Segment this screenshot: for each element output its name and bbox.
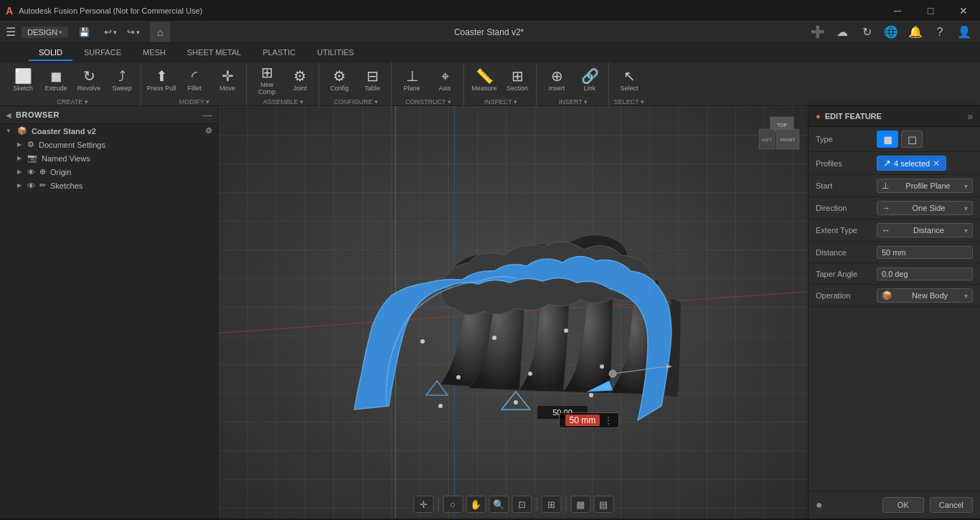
save-button[interactable]: 💾 bbox=[74, 22, 94, 42]
operation-row: Operation 📦 New Body ▾ bbox=[809, 285, 980, 307]
pan-icon: ✋ bbox=[470, 499, 481, 510]
extent-type-dropdown[interactable]: ↔ Distance ▾ bbox=[877, 223, 973, 237]
cloud-icon[interactable]: ☁ bbox=[832, 22, 852, 42]
sync-icon[interactable]: ↻ bbox=[857, 22, 877, 42]
sweep-button[interactable]: ⤴ Sweep bbox=[106, 62, 138, 98]
svg-point-16 bbox=[528, 372, 532, 376]
root-settings-icon[interactable]: ⚙ bbox=[205, 126, 212, 136]
view-cube[interactable]: TOP LEFT FRONT bbox=[758, 113, 801, 156]
insert2-button[interactable]: 🔗 Link bbox=[574, 62, 606, 98]
taper-angle-input[interactable]: 0.0 deg bbox=[877, 268, 973, 280]
minimize-button[interactable]: ─ bbox=[881, 0, 914, 22]
zoom-in-button[interactable]: 🔍 bbox=[489, 496, 509, 513]
viewport[interactable]: 50.00 50 mm ⋮ bbox=[219, 106, 808, 519]
design-menu[interactable]: DESIGN ▾ bbox=[22, 27, 68, 38]
tab-sheet-metal[interactable]: SHEET METAL bbox=[177, 45, 251, 61]
ok-button[interactable]: OK bbox=[882, 497, 924, 513]
move-button[interactable]: ✛ Move bbox=[212, 62, 243, 98]
tab-surface[interactable]: SURFACE bbox=[74, 45, 131, 61]
solid-type-button[interactable]: ◼ bbox=[877, 131, 898, 148]
insert1-button[interactable]: ⊕ Insert bbox=[541, 62, 573, 98]
bell-icon[interactable]: 🔔 bbox=[905, 22, 925, 42]
press-pull-button[interactable]: ⬆ Press Pull bbox=[146, 62, 177, 98]
zoom-fit-icon: ⊡ bbox=[518, 499, 526, 510]
start-dropdown[interactable]: ⊥ Profile Plane ▾ bbox=[877, 179, 973, 193]
joint-button[interactable]: ⚙ Joint bbox=[284, 62, 316, 98]
redo-arrow[interactable]: ▾ bbox=[136, 29, 140, 36]
globe-icon[interactable]: 🌐 bbox=[881, 22, 901, 42]
browser-item-sketches[interactable]: ▶ 👁 ✏ Sketches bbox=[0, 179, 218, 192]
edit-panel-title: ● EDIT FEATURE bbox=[816, 112, 882, 120]
user-icon[interactable]: 👤 bbox=[954, 22, 974, 42]
profiles-tag[interactable]: ↗ 4 selected ✕ bbox=[877, 156, 946, 171]
dimension-menu-icon[interactable]: ⋮ bbox=[604, 415, 613, 425]
surface-type-button[interactable]: ◻ bbox=[901, 131, 923, 148]
tab-solid[interactable]: SOLID bbox=[29, 45, 72, 61]
distance-label: Distance bbox=[816, 248, 877, 257]
insert-section: ⊕ Insert 🔗 Link INSERT ▾ bbox=[538, 62, 609, 107]
measure-button[interactable]: 📏 Measure bbox=[468, 62, 500, 98]
grid-button[interactable]: ▦ bbox=[570, 496, 590, 513]
fillet-button[interactable]: ◜ Fillet bbox=[179, 62, 210, 98]
view-cube-svg: TOP LEFT FRONT bbox=[758, 113, 801, 156]
browser-item-root[interactable]: ▼ 📦 Coaster Stand v2 ⚙ bbox=[0, 124, 218, 138]
direction-dropdown-label: One Side bbox=[913, 204, 946, 212]
modify-label: MODIFY ▾ bbox=[146, 98, 243, 107]
config1-button[interactable]: ⚙ Config bbox=[324, 62, 355, 98]
grid-options-button[interactable]: ▤ bbox=[593, 496, 613, 513]
help-icon[interactable]: ? bbox=[930, 22, 950, 42]
visibility-icon[interactable]: 👁 bbox=[27, 168, 35, 176]
config2-button[interactable]: ⊟ Table bbox=[357, 62, 388, 98]
select-button[interactable]: ↖ Select bbox=[613, 62, 645, 98]
browser-title: BROWSER bbox=[16, 110, 60, 119]
browser-collapse-icon[interactable]: — bbox=[202, 109, 212, 120]
orbit-icon: ○ bbox=[450, 499, 456, 510]
sketches-vis-icon[interactable]: 👁 bbox=[27, 181, 35, 190]
select-icon: ↖ bbox=[623, 69, 636, 83]
construct1-button[interactable]: ⊥ Plane bbox=[396, 62, 428, 98]
add-button[interactable]: ➕ bbox=[808, 22, 828, 42]
profiles-select-icon: ↗ bbox=[883, 158, 891, 169]
revolve-button[interactable]: ↻ Revolve bbox=[73, 62, 105, 98]
grid-options-icon: ▤ bbox=[599, 499, 608, 510]
3d-object: 50.00 bbox=[315, 198, 688, 427]
direction-dropdown[interactable]: → One Side ▾ bbox=[877, 201, 973, 215]
undo-button[interactable]: ↩▾ bbox=[100, 25, 121, 39]
browser-item-doc-settings[interactable]: ▶ ⚙ Document Settings bbox=[0, 138, 218, 151]
cancel-button[interactable]: Cancel bbox=[930, 497, 973, 513]
tab-mesh[interactable]: MESH bbox=[133, 45, 176, 61]
orbit-button[interactable]: ○ bbox=[443, 496, 463, 513]
undo-arrow[interactable]: ▾ bbox=[113, 29, 117, 36]
insert1-icon: ⊕ bbox=[551, 69, 563, 83]
browser-item-origin[interactable]: ▶ 👁 ⊕ Origin bbox=[0, 165, 218, 179]
browser-item-named-views[interactable]: ▶ 📷 Named Views bbox=[0, 151, 218, 165]
redo-button[interactable]: ↪▾ bbox=[123, 25, 144, 39]
configure-section: ⚙ Config ⊟ Table CONFIGURE ▾ bbox=[321, 62, 392, 107]
pan-button[interactable]: ✋ bbox=[466, 496, 486, 513]
new-component-icon: ⊞ bbox=[261, 65, 273, 80]
section-button[interactable]: ⊞ Section bbox=[501, 62, 533, 98]
panel-info-button[interactable]: ● bbox=[816, 498, 823, 511]
maximize-button[interactable]: □ bbox=[914, 0, 947, 22]
display-mode-button[interactable]: ⊞ bbox=[541, 496, 561, 513]
zoom-fit-button[interactable]: ⊡ bbox=[512, 496, 532, 513]
construct2-button[interactable]: ⌖ Axis bbox=[429, 62, 461, 98]
panel-expand-button[interactable]: » bbox=[967, 110, 973, 122]
extrude-button[interactable]: ◼ Extrude bbox=[40, 62, 72, 98]
profiles-clear-button[interactable]: ✕ bbox=[933, 159, 940, 169]
separator3 bbox=[565, 497, 566, 511]
operation-dropdown[interactable]: 📦 New Body ▾ bbox=[877, 288, 973, 303]
sketch-button[interactable]: ⬜ Sketch bbox=[7, 62, 39, 98]
distance-input[interactable]: 50 mm bbox=[877, 246, 973, 259]
home-button[interactable]: ⌂ bbox=[150, 22, 170, 42]
dimension-input[interactable]: 50 mm ⋮ bbox=[559, 412, 620, 428]
new-component-button[interactable]: ⊞ New Comp bbox=[251, 62, 283, 98]
close-button[interactable]: ✕ bbox=[947, 0, 980, 22]
browser-collapse-arrow[interactable]: ◀ bbox=[6, 111, 11, 119]
redo-icon: ↪ bbox=[127, 27, 135, 37]
panel-footer: ● OK Cancel bbox=[809, 491, 980, 519]
tab-utilities[interactable]: UTILITIES bbox=[307, 45, 364, 61]
tab-plastic[interactable]: PLASTIC bbox=[253, 45, 306, 61]
hamburger-icon[interactable]: ☰ bbox=[6, 25, 16, 39]
nav-cube-button[interactable]: ✛ bbox=[413, 496, 433, 513]
